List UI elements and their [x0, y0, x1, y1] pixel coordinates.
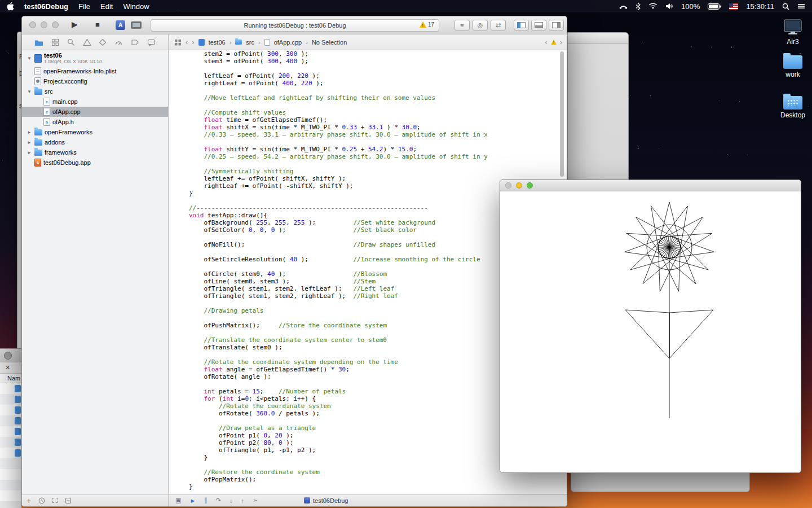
code-line[interactable]: [189, 87, 567, 94]
code-line[interactable]: leftLeaf = ofPoint( 200, 220 );: [189, 72, 567, 80]
editor-scrollbar[interactable]: [560, 51, 564, 177]
volume-icon[interactable]: [665, 3, 673, 10]
desktop-icon-work[interactable]: work: [777, 55, 809, 78]
code-line[interactable]: [189, 160, 567, 168]
wifi-icon[interactable]: [648, 3, 657, 10]
location-icon[interactable]: ➢: [253, 497, 258, 504]
warning-count[interactable]: 17: [428, 21, 434, 28]
debug-navigator-icon[interactable]: [114, 38, 123, 46]
sidebar-item-frameworks[interactable]: ▸frameworks: [22, 147, 168, 157]
battery-percentage[interactable]: 100%: [681, 2, 700, 11]
list-item[interactable]: [0, 437, 21, 448]
disclosure-triangle[interactable]: ▾: [27, 89, 32, 94]
list-item[interactable]: [0, 383, 21, 394]
scheme-app-icon[interactable]: A: [116, 20, 125, 30]
add-button[interactable]: +: [27, 496, 31, 505]
list-item[interactable]: [0, 458, 21, 469]
warning-icon[interactable]: [551, 40, 557, 45]
pause-icon[interactable]: ∥: [204, 497, 208, 504]
sidebar-item-src[interactable]: ▾src: [22, 86, 168, 97]
sidebar-item-ofapp-cpp[interactable]: cofApp.cpp: [22, 107, 168, 117]
debug-process-label[interactable]: test06Debug: [304, 497, 348, 504]
menu-clock[interactable]: 15:30:11: [746, 2, 774, 11]
bluetooth-icon[interactable]: [636, 3, 641, 10]
stop-button[interactable]: ■: [95, 20, 100, 29]
project-navigator-icon[interactable]: [34, 38, 43, 46]
code-line[interactable]: //0.33 – speed, 33.1 – arbitrary phase s…: [189, 131, 567, 138]
code-line[interactable]: float shiftY = sin(time * M_TWO_PI * 0.2…: [189, 146, 567, 153]
report-navigator-icon[interactable]: [147, 38, 156, 46]
code-line[interactable]: }: [189, 483, 567, 491]
list-item[interactable]: [0, 469, 21, 480]
phone-icon[interactable]: [619, 3, 628, 10]
run-button[interactable]: ▶: [72, 20, 78, 29]
previous-issue-button[interactable]: ‹: [545, 38, 547, 46]
code-line[interactable]: //Symmetrically shifting: [189, 168, 567, 175]
code-line[interactable]: stem3 = ofPoint( 300, 400 );: [189, 58, 567, 65]
toggle-debug-area-button[interactable]: [531, 20, 546, 30]
disclosure-triangle[interactable]: ▸: [27, 139, 32, 145]
source-control-filter-icon[interactable]: [52, 498, 58, 503]
battery-icon[interactable]: [708, 3, 721, 10]
symbol-navigator-icon[interactable]: [51, 38, 59, 46]
menu-edit[interactable]: Edit: [100, 2, 113, 11]
unsaved-files-filter-icon[interactable]: [65, 497, 72, 504]
hide-debug-area-icon[interactable]: ▣: [175, 497, 181, 504]
sidebar-item-main-cpp[interactable]: cmain.cpp: [22, 97, 168, 107]
toggle-navigator-button[interactable]: [514, 20, 529, 30]
menu-file[interactable]: File: [78, 2, 90, 11]
close-button[interactable]: [505, 182, 511, 189]
sidebar-item-test06-project[interactable]: ▾ test06 1 target, OS X SDK 10.10: [22, 50, 168, 66]
toggle-inspector-button[interactable]: [549, 20, 564, 30]
zoom-button[interactable]: [52, 21, 59, 28]
window-control-icon[interactable]: [4, 352, 12, 360]
next-issue-button[interactable]: ›: [560, 38, 562, 46]
code-line[interactable]: stem2 = ofPoint( 300, 300 );: [189, 50, 567, 58]
desktop-icon-air3[interactable]: Air3: [777, 19, 809, 46]
list-item[interactable]: [0, 415, 21, 426]
sidebar-item-test06debug-app[interactable]: Atest06Debug.app: [22, 157, 168, 168]
disclosure-triangle[interactable]: ▾: [27, 55, 32, 61]
sidebar-item-project-xcconfig[interactable]: Project.xcconfig: [22, 76, 168, 86]
version-editor-button[interactable]: ⇄: [491, 20, 506, 30]
breadcrumb-item[interactable]: ofApp.cpp: [274, 39, 302, 46]
standard-editor-button[interactable]: ≡: [454, 20, 470, 30]
list-item[interactable]: [0, 480, 21, 491]
desktop-icon-desktop[interactable]: Desktop: [777, 96, 809, 119]
code-line[interactable]: [189, 65, 567, 72]
code-line[interactable]: //Move leftLeaf and rightLeaf by shiftin…: [189, 94, 567, 102]
list-item[interactable]: [0, 426, 21, 437]
code-line[interactable]: //Compute shift values: [189, 109, 567, 116]
sidebar-item-openframeworks-info-plist[interactable]: openFrameworks-Info.plist: [22, 66, 168, 76]
disclosure-triangle[interactable]: ▸: [27, 150, 32, 155]
close-icon[interactable]: ✕: [5, 364, 10, 371]
list-item[interactable]: [0, 405, 21, 415]
code-line[interactable]: [189, 102, 567, 109]
zoom-button[interactable]: [527, 182, 533, 189]
step-into-icon[interactable]: ↓: [230, 497, 233, 504]
code-line[interactable]: float shiftX = sin(time * M_TWO_PI * 0.3…: [189, 124, 567, 131]
related-items-icon[interactable]: [174, 39, 182, 46]
step-out-icon[interactable]: ↑: [241, 497, 245, 504]
sidebar-item-ofapp-h[interactable]: hofApp.h: [22, 117, 168, 127]
apple-menu-icon[interactable]: [7, 2, 14, 11]
minimize-button[interactable]: [516, 182, 522, 189]
test-navigator-icon[interactable]: [99, 38, 107, 46]
menu-app-name[interactable]: test06Debug: [24, 2, 68, 11]
step-over-icon[interactable]: ↷: [216, 497, 221, 504]
code-line[interactable]: rightLeaf = ofPoint( 400, 220 );: [189, 80, 567, 87]
forward-button[interactable]: ›: [192, 38, 194, 46]
us-flag-icon[interactable]: [729, 3, 738, 10]
list-item[interactable]: [0, 394, 21, 405]
breadcrumb-item[interactable]: No Selection: [312, 39, 347, 46]
breadcrumb-item[interactable]: test06: [209, 39, 226, 46]
search-navigator-icon[interactable]: [67, 38, 75, 46]
notification-center-icon[interactable]: [797, 3, 805, 10]
code-line[interactable]: ofPopMatrix();: [189, 476, 567, 483]
breakpoints-toggle-icon[interactable]: ►: [189, 497, 196, 504]
back-button[interactable]: ‹: [186, 38, 188, 46]
breakpoint-navigator-icon[interactable]: [131, 38, 139, 46]
sidebar-item-openframeworks[interactable]: ▸openFrameworks: [22, 127, 168, 137]
code-line[interactable]: [189, 138, 567, 146]
sidebar-item-addons[interactable]: ▸addons: [22, 137, 168, 147]
